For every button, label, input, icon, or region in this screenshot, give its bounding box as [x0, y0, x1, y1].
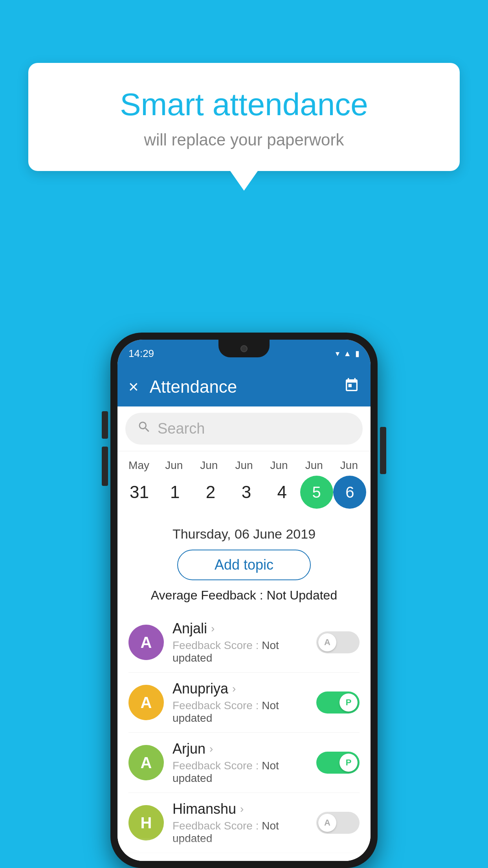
- avatar-anjali: A: [128, 625, 164, 660]
- date-6-selected[interactable]: 6: [333, 476, 366, 509]
- volume-down-button[interactable]: [102, 447, 108, 486]
- chevron-right-icon: ›: [211, 622, 215, 635]
- student-name-anupriya[interactable]: Anupriya ›: [172, 680, 308, 697]
- chevron-right-icon: ›: [232, 682, 236, 695]
- student-row: A Arjun › Feedback Score : Not updated P: [128, 733, 360, 793]
- calendar-row: May Jun Jun Jun Jun Jun Jun 31 1 2 3 4 5…: [117, 451, 371, 519]
- status-bar: 14:29 ▾ ▲ ▮: [117, 340, 371, 367]
- toggle-knob-arjun: P: [339, 754, 358, 772]
- wifi-icon: ▾: [336, 349, 339, 358]
- student-info-anjali: Anjali › Feedback Score : Not updated: [172, 620, 308, 664]
- student-feedback-arjun: Feedback Score : Not updated: [172, 760, 308, 785]
- avatar-arjun: A: [128, 745, 164, 780]
- student-info-anupriya: Anupriya › Feedback Score : Not updated: [172, 680, 308, 725]
- add-topic-button[interactable]: Add topic: [177, 550, 311, 580]
- calendar-dates: 31 1 2 3 4 5 6: [121, 476, 367, 515]
- toggle-anjali[interactable]: A: [316, 631, 360, 653]
- calendar-icon[interactable]: [344, 377, 360, 397]
- search-icon: [137, 420, 151, 438]
- student-info-himanshu: Himanshu › Feedback Score : Not updated: [172, 801, 308, 845]
- toggle-knob-anjali: A: [318, 633, 336, 651]
- selected-date: Thursday, 06 June 2019: [128, 526, 360, 542]
- toggle-anupriya[interactable]: P: [316, 691, 360, 714]
- battery-icon: ▮: [355, 349, 360, 358]
- power-button[interactable]: [380, 427, 386, 474]
- toggle-switch-anupriya[interactable]: P: [316, 691, 360, 714]
- chevron-right-icon: ›: [240, 803, 244, 815]
- app-bar-title: Attendance: [150, 377, 333, 397]
- month-2: Jun: [191, 459, 226, 472]
- status-time: 14:29: [128, 348, 154, 360]
- student-feedback-anjali: Feedback Score : Not updated: [172, 639, 308, 664]
- toggle-switch-arjun[interactable]: P: [316, 752, 360, 774]
- phone-screen: 14:29 ▾ ▲ ▮ × Attendance: [117, 340, 371, 861]
- search-bar[interactable]: Search: [125, 413, 363, 445]
- speech-bubble-wrapper: Smart attendance will replace your paper…: [28, 63, 460, 191]
- volume-up-button[interactable]: [102, 411, 108, 439]
- month-3: Jun: [226, 459, 261, 472]
- avg-feedback-value: Not Updated: [267, 588, 338, 602]
- toggle-switch-anjali[interactable]: A: [316, 631, 360, 653]
- content-area: Thursday, 06 June 2019 Add topic Average…: [117, 519, 371, 861]
- phone-outer: 14:29 ▾ ▲ ▮ × Attendance: [110, 333, 378, 868]
- date-1[interactable]: 1: [157, 482, 193, 502]
- front-camera: [240, 345, 248, 352]
- avg-feedback-label: Average Feedback :: [151, 588, 263, 602]
- avg-feedback: Average Feedback : Not Updated: [128, 588, 360, 603]
- student-name-arjun[interactable]: Arjun ›: [172, 741, 308, 757]
- bubble-subtitle: will replace your paperwork: [52, 131, 436, 149]
- date-2[interactable]: 2: [193, 482, 228, 502]
- student-row: A Anjali › Feedback Score : Not updated …: [128, 612, 360, 673]
- date-5-today[interactable]: 5: [300, 476, 333, 509]
- month-6: Jun: [332, 459, 367, 472]
- date-4[interactable]: 4: [264, 482, 300, 502]
- signal-icon: ▲: [343, 349, 351, 358]
- toggle-arjun[interactable]: P: [316, 752, 360, 774]
- month-0: May: [121, 459, 156, 472]
- phone-notch: [218, 340, 270, 357]
- month-4: Jun: [262, 459, 297, 472]
- bubble-arrow: [230, 171, 258, 191]
- app-bar: × Attendance: [117, 367, 371, 406]
- student-row: A Anupriya › Feedback Score : Not update…: [128, 673, 360, 733]
- speech-bubble: Smart attendance will replace your paper…: [28, 63, 460, 171]
- avatar-anupriya: A: [128, 685, 164, 720]
- month-1: Jun: [156, 459, 191, 472]
- search-container: Search: [117, 406, 371, 451]
- student-row: H Himanshu › Feedback Score : Not update…: [128, 793, 360, 853]
- search-placeholder: Search: [158, 420, 205, 437]
- date-3[interactable]: 3: [229, 482, 264, 502]
- toggle-switch-himanshu[interactable]: A: [316, 812, 360, 834]
- date-31[interactable]: 31: [121, 482, 157, 502]
- phone-wrapper: 14:29 ▾ ▲ ▮ × Attendance: [110, 333, 378, 868]
- student-feedback-anupriya: Feedback Score : Not updated: [172, 699, 308, 725]
- calendar-months: May Jun Jun Jun Jun Jun Jun: [121, 459, 367, 472]
- status-icons: ▾ ▲ ▮: [336, 349, 360, 358]
- student-name-anjali[interactable]: Anjali ›: [172, 620, 308, 637]
- toggle-himanshu[interactable]: A: [316, 812, 360, 834]
- student-info-arjun: Arjun › Feedback Score : Not updated: [172, 741, 308, 785]
- month-5: Jun: [297, 459, 332, 472]
- toggle-knob-anupriya: P: [339, 693, 358, 712]
- student-name-himanshu[interactable]: Himanshu ›: [172, 801, 308, 817]
- bubble-title: Smart attendance: [52, 86, 436, 123]
- close-button[interactable]: ×: [128, 378, 139, 395]
- student-feedback-himanshu: Feedback Score : Not updated: [172, 820, 308, 845]
- chevron-right-icon: ›: [209, 743, 213, 755]
- avatar-himanshu: H: [128, 805, 164, 840]
- toggle-knob-himanshu: A: [318, 814, 336, 832]
